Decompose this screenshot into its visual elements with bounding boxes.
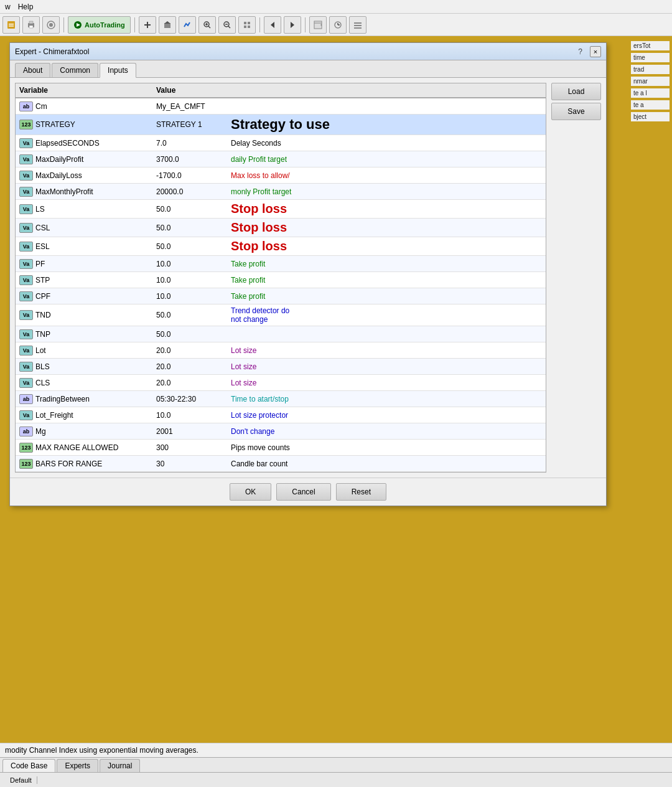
- table-row[interactable]: Va ESL 50.0 Stop loss: [16, 237, 546, 256]
- variable-value: 2001: [156, 427, 173, 436]
- cell-variable: Va MaxDailyProfit: [16, 153, 152, 166]
- table-row[interactable]: 123 BARS FOR RANGE 30 Candle bar count: [16, 456, 546, 472]
- cell-value[interactable]: 10.0: [152, 274, 227, 286]
- cell-value[interactable]: 10.0: [152, 258, 227, 270]
- cell-value[interactable]: 2001: [152, 425, 227, 438]
- table-row[interactable]: ab Mg 2001 Don't change: [16, 423, 546, 440]
- zoomin-button[interactable]: [198, 16, 216, 34]
- table-row[interactable]: Va CLS 20.0 Lot size: [16, 375, 546, 391]
- type-badge: Va: [19, 204, 33, 214]
- table-row[interactable]: Va TNP 50.0: [16, 326, 546, 342]
- load-button[interactable]: Load: [551, 83, 601, 100]
- bottom-tab-journal[interactable]: Journal: [100, 759, 140, 772]
- cell-value[interactable]: 20.0: [152, 377, 227, 389]
- table-row[interactable]: Va LS 50.0 Stop loss: [16, 200, 546, 219]
- cell-value[interactable]: STRATEGY 1: [152, 118, 227, 131]
- variable-value: STRATEGY 1: [156, 120, 202, 129]
- cell-comment: [227, 332, 546, 336]
- table-row[interactable]: 123 MAX RANGE ALLOWED 300 Pips move coun…: [16, 440, 546, 456]
- cell-value[interactable]: 50.0: [152, 328, 227, 341]
- svg-rect-33: [354, 22, 362, 24]
- cell-value[interactable]: 50.0: [152, 309, 227, 321]
- template-button[interactable]: [309, 16, 327, 34]
- tab-inputs[interactable]: Inputs: [100, 63, 136, 78]
- dialog-controls: ? ×: [578, 46, 601, 57]
- cell-value[interactable]: My_EA_CMFT: [152, 100, 227, 113]
- autotrading-button[interactable]: AutoTrading: [68, 16, 131, 34]
- cell-value[interactable]: 7.0: [152, 137, 227, 149]
- table-row[interactable]: 123 STRATEGY STRATEGY 1 Strategy to use: [16, 115, 546, 135]
- table-row[interactable]: ab Cm My_EA_CMFT: [16, 98, 546, 115]
- inputs-table: Variable Value ab Cm My_EA_CMFT 123 STRA…: [15, 83, 546, 473]
- toolbar-btn-2[interactable]: [159, 16, 176, 34]
- cell-value[interactable]: 05:30-22:30: [152, 393, 227, 405]
- cell-value[interactable]: 30: [152, 458, 227, 470]
- type-badge: Va: [19, 291, 33, 301]
- cell-value[interactable]: 50.0: [152, 203, 227, 215]
- cell-variable: 123 MAX RANGE ALLOWED: [16, 441, 152, 455]
- cell-comment: Stop loss: [227, 237, 546, 255]
- cell-value[interactable]: 20.0: [152, 361, 227, 373]
- grid-button[interactable]: [238, 16, 256, 34]
- tab-about[interactable]: About: [15, 63, 50, 77]
- settings-button[interactable]: [349, 16, 366, 34]
- cell-value[interactable]: 10.0: [152, 290, 227, 303]
- bottom-tab-experts[interactable]: Experts: [57, 759, 98, 772]
- header-comment: [231, 86, 542, 95]
- table-row[interactable]: ab TradingBetween 05:30-22:30 Time to at…: [16, 391, 546, 407]
- menu-w[interactable]: w: [5, 2, 11, 11]
- sound-button[interactable]: [42, 16, 60, 34]
- table-row[interactable]: Va Lot 20.0 Lot size: [16, 342, 546, 359]
- variable-name: PF: [35, 260, 45, 268]
- comment-text: Max loss to allow/: [231, 171, 290, 180]
- cell-value[interactable]: -1700.0: [152, 169, 227, 182]
- forward-button[interactable]: [284, 16, 301, 34]
- bottom-tab-codebase[interactable]: Code Base: [2, 759, 55, 772]
- cell-value[interactable]: 50.0: [152, 222, 227, 234]
- table-row[interactable]: Va MaxDailyProfit 3700.0 daily Profit ta…: [16, 151, 546, 167]
- table-row[interactable]: Va CPF 10.0 Take profit: [16, 288, 546, 304]
- menu-help[interactable]: Help: [18, 2, 34, 11]
- table-row[interactable]: Va MaxDailyLoss -1700.0 Max loss to allo…: [16, 167, 546, 184]
- cell-value[interactable]: 20000.0: [152, 186, 227, 198]
- status-default: Default: [5, 776, 37, 784]
- comment-text: Time to atart/stop: [231, 395, 289, 403]
- svg-marker-25: [271, 22, 274, 28]
- table-row[interactable]: Va BLS 20.0 Lot size: [16, 359, 546, 375]
- svg-rect-2: [9, 26, 14, 27]
- table-row[interactable]: Va TND 50.0 Trend detector donot change: [16, 304, 546, 326]
- dialog-help-button[interactable]: ?: [578, 47, 582, 56]
- tab-common[interactable]: Common: [52, 63, 98, 77]
- dialog-content: Variable Value ab Cm My_EA_CMFT 123 STRA…: [10, 78, 606, 478]
- right-edge-text-5: te a l: [631, 88, 670, 98]
- print-button[interactable]: [22, 16, 40, 34]
- zoomout-button[interactable]: [218, 16, 236, 34]
- clock-button[interactable]: [329, 16, 347, 34]
- save-button[interactable]: Save: [551, 103, 601, 120]
- table-row[interactable]: Va CSL 50.0 Stop loss: [16, 219, 546, 237]
- toolbar-btn-3[interactable]: [179, 16, 196, 34]
- back-button[interactable]: [264, 16, 281, 34]
- toolbar-btn-1[interactable]: [139, 16, 156, 34]
- table-row[interactable]: Va PF 10.0 Take profit: [16, 256, 546, 272]
- type-badge: Va: [19, 362, 33, 372]
- cell-value[interactable]: 50.0: [152, 240, 227, 253]
- table-row[interactable]: Va MaxMonthlyProfit 20000.0 monly Profit…: [16, 184, 546, 200]
- reset-button[interactable]: Reset: [336, 483, 386, 501]
- cell-comment: Take profit: [227, 258, 546, 270]
- cell-value[interactable]: 10.0: [152, 409, 227, 422]
- table-row[interactable]: Va Lot_Freight 10.0 Lot size protector: [16, 407, 546, 423]
- right-edge-text-1: ersTot: [631, 41, 670, 50]
- dialog-close-button[interactable]: ×: [590, 46, 601, 57]
- cancel-button[interactable]: Cancel: [276, 483, 330, 501]
- cell-value[interactable]: 20.0: [152, 344, 227, 357]
- cell-value[interactable]: 3700.0: [152, 153, 227, 166]
- cell-value[interactable]: 300: [152, 441, 227, 454]
- type-badge: Va: [19, 346, 33, 356]
- ok-button[interactable]: OK: [230, 483, 271, 501]
- cell-variable: Va LS: [16, 202, 152, 216]
- type-badge: Va: [19, 275, 33, 285]
- table-row[interactable]: Va ElapsedSECONDS 7.0 Delay Seconds: [16, 135, 546, 151]
- table-row[interactable]: Va STP 10.0 Take profit: [16, 272, 546, 288]
- order-button[interactable]: [2, 16, 20, 34]
